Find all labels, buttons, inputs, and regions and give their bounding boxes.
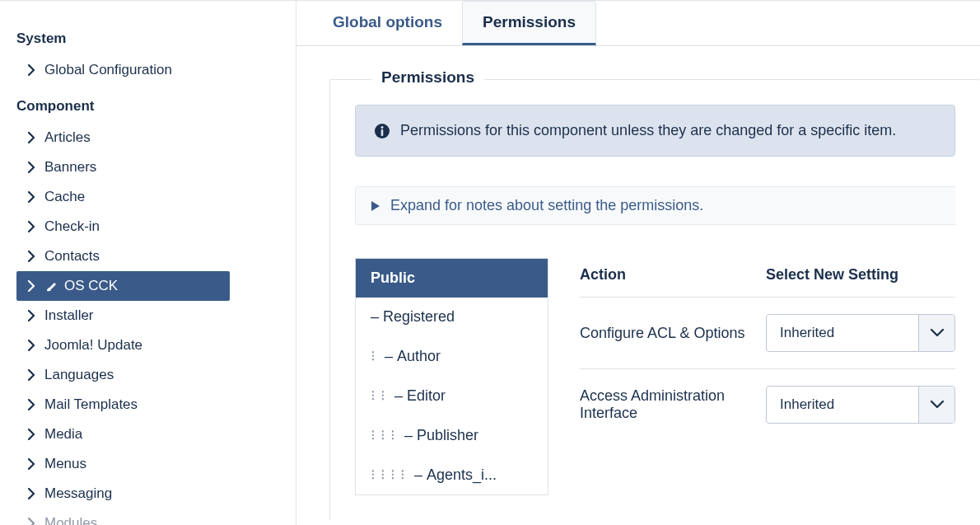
setting-select[interactable]: Inherited xyxy=(766,386,955,424)
info-text: Permissions for this component unless th… xyxy=(400,122,896,139)
panel-legend: Permissions xyxy=(371,68,484,87)
action-label: Access Administration Interface xyxy=(580,387,766,422)
chevron-right-icon xyxy=(25,251,38,262)
header-action: Action xyxy=(580,266,766,284)
chevron-right-icon xyxy=(25,458,38,470)
group-label: Public xyxy=(371,270,415,286)
chevron-right-icon xyxy=(25,280,38,292)
sidebar-item-label: Installer xyxy=(44,307,94,324)
group-label: – Editor xyxy=(394,387,446,404)
sidebar-item-label: Messaging xyxy=(44,485,112,502)
sidebar-item-label: Joomla! Update xyxy=(44,337,142,354)
sidebar-heading-component: Component xyxy=(16,98,296,115)
tab-global-options[interactable]: Global options xyxy=(313,2,462,45)
chevron-right-icon xyxy=(25,221,38,232)
select-value: Inherited xyxy=(767,387,918,423)
actions-table: Action Select New Setting Configure ACL … xyxy=(580,258,955,495)
sidebar-item-label: Mail Templates xyxy=(44,396,138,413)
header-setting: Select New Setting xyxy=(766,266,955,284)
group-label: – Agents_i... xyxy=(414,466,497,483)
triangle-right-icon xyxy=(371,200,380,212)
sidebar-item-label: Languages xyxy=(44,367,114,383)
sidebar-item-banners[interactable]: Banners xyxy=(16,152,230,182)
user-groups-list: Public – Registered ⁝ – Author ⁝⁝ – Edit… xyxy=(355,258,548,495)
sidebar-item-label: Modules xyxy=(44,515,97,525)
svg-point-1 xyxy=(381,126,384,129)
chevron-right-icon xyxy=(25,488,38,499)
group-editor[interactable]: ⁝⁝ – Editor xyxy=(356,376,548,415)
group-agents[interactable]: ⁝⁝⁝⁝ – Agents_i... xyxy=(356,455,548,495)
tree-dots-icon: ⁝ xyxy=(371,466,377,483)
group-publisher[interactable]: ⁝⁝⁝ – Publisher xyxy=(356,415,548,455)
sidebar-item-menus[interactable]: Menus xyxy=(16,449,230,479)
sidebar-item-cache[interactable]: Cache xyxy=(16,182,230,212)
group-label: – Registered xyxy=(371,308,455,325)
chevron-right-icon xyxy=(25,132,38,143)
tree-dots-icon: ⁝ xyxy=(371,427,377,443)
sidebar-item-messaging[interactable]: Messaging xyxy=(16,479,230,509)
tab-permissions[interactable]: Permissions xyxy=(462,1,596,45)
sidebar-item-installer[interactable]: Installer xyxy=(16,301,230,330)
expand-notes-toggle[interactable]: Expand for notes about setting the permi… xyxy=(355,186,955,225)
action-row: Configure ACL & Options Inherited xyxy=(580,298,955,369)
chevron-right-icon xyxy=(25,369,38,381)
sidebar-item-os-cck[interactable]: OS CCK xyxy=(16,271,230,301)
select-value: Inherited xyxy=(767,315,918,351)
tree-dots-icon: ⁝ xyxy=(380,466,387,483)
sidebar-item-label: Contacts xyxy=(44,248,100,265)
sidebar-item-label: Articles xyxy=(44,129,91,146)
action-row: Access Administration Interface Inherite… xyxy=(580,369,955,440)
chevron-down-icon xyxy=(918,387,954,423)
chevron-right-icon xyxy=(25,310,38,321)
permissions-panel: Permissions Permissions for this compone… xyxy=(329,79,980,520)
sidebar-item-label: OS CCK xyxy=(64,278,118,294)
tabs: Global options Permissions xyxy=(296,1,980,46)
setting-select[interactable]: Inherited xyxy=(766,314,955,352)
info-box: Permissions for this component unless th… xyxy=(355,105,955,157)
action-label: Configure ACL & Options xyxy=(580,325,766,342)
sidebar-item-modules[interactable]: Modules xyxy=(16,509,230,525)
chevron-right-icon xyxy=(25,162,38,173)
sidebar-item-label: Check-in xyxy=(44,218,100,235)
group-public[interactable]: Public xyxy=(356,259,548,298)
actions-header: Action Select New Setting xyxy=(580,258,955,298)
tree-dots-icon: ⁝ xyxy=(380,387,387,404)
sidebar-item-contacts[interactable]: Contacts xyxy=(16,241,230,271)
main-content: Global options Permissions Permissions P… xyxy=(296,1,980,525)
sidebar-item-media[interactable]: Media xyxy=(16,420,230,449)
sidebar-item-articles[interactable]: Articles xyxy=(16,123,230,152)
chevron-right-icon xyxy=(25,518,38,525)
brush-icon xyxy=(44,279,59,293)
group-registered[interactable]: – Registered xyxy=(356,298,548,336)
chevron-right-icon xyxy=(25,399,38,410)
tree-dots-icon: ⁝ xyxy=(390,466,397,483)
sidebar-item-label: Cache xyxy=(44,189,85,205)
sidebar-item-label: Global Configuration xyxy=(44,62,172,78)
chevron-down-icon xyxy=(918,315,954,351)
group-label: – Author xyxy=(385,348,441,364)
chevron-right-icon xyxy=(25,191,38,203)
sidebar: System Global Configuration Component Ar… xyxy=(0,1,296,525)
group-author[interactable]: ⁝ – Author xyxy=(356,336,548,376)
expand-text: Expand for notes about setting the permi… xyxy=(390,197,703,214)
sidebar-heading-system: System xyxy=(16,30,296,47)
sidebar-item-label: Menus xyxy=(44,456,86,472)
group-label: – Publisher xyxy=(404,427,478,443)
tree-dots-icon: ⁝ xyxy=(400,466,407,483)
sidebar-item-joomla-update[interactable]: Joomla! Update xyxy=(16,330,230,360)
sidebar-item-languages[interactable]: Languages xyxy=(16,360,230,390)
sidebar-item-label: Media xyxy=(44,426,82,443)
info-icon xyxy=(374,123,390,139)
sidebar-item-label: Banners xyxy=(44,159,96,176)
chevron-right-icon xyxy=(25,64,38,76)
sidebar-item-global-configuration[interactable]: Global Configuration xyxy=(16,55,230,85)
svg-rect-2 xyxy=(381,129,384,136)
chevron-right-icon xyxy=(25,340,38,351)
tree-dots-icon: ⁝ xyxy=(380,427,387,443)
tree-dots-icon: ⁝ xyxy=(371,348,377,364)
sidebar-item-mail-templates[interactable]: Mail Templates xyxy=(16,390,230,420)
tree-dots-icon: ⁝ xyxy=(371,387,377,404)
chevron-right-icon xyxy=(25,429,38,440)
sidebar-item-check-in[interactable]: Check-in xyxy=(16,212,230,241)
tree-dots-icon: ⁝ xyxy=(390,427,397,443)
